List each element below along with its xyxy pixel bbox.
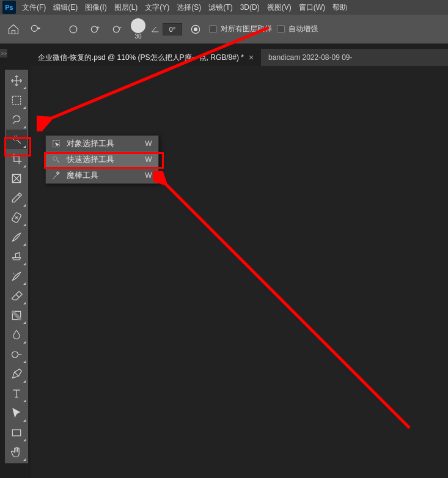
menu-image[interactable]: 图像(I) bbox=[81, 2, 110, 13]
flyout-item-label: 魔棒工具 bbox=[67, 170, 139, 181]
svg-point-7 bbox=[13, 136, 18, 141]
move-tool[interactable] bbox=[6, 71, 27, 90]
brush-tool[interactable] bbox=[6, 227, 27, 247]
document-tab-strip: 企业微信-恢复的.psd @ 110% (PS怎么把人P瘦一点, RGB/8#)… bbox=[31, 49, 448, 66]
path-selection-tool[interactable] bbox=[6, 403, 27, 423]
main-menu-bar: Ps 文件(F) 编辑(E) 图像(I) 图层(L) 文字(Y) 选择(S) 滤… bbox=[0, 0, 448, 15]
document-tab-1[interactable]: 企业微信-恢复的.psd @ 110% (PS怎么把人P瘦一点, RGB/8#)… bbox=[31, 49, 261, 66]
menu-file[interactable]: 文件(F) bbox=[18, 2, 50, 13]
blur-tool[interactable] bbox=[6, 325, 27, 345]
svg-point-5 bbox=[194, 28, 197, 31]
flyout-item-label: 快速选择工具 bbox=[67, 154, 139, 165]
rectangle-tool[interactable] bbox=[6, 423, 27, 443]
canvas-area[interactable] bbox=[31, 66, 448, 478]
eraser-tool[interactable] bbox=[6, 286, 27, 306]
svg-point-2 bbox=[91, 26, 97, 32]
options-bar: 30 0° 对所有图层取样 自动增强 bbox=[0, 15, 448, 44]
close-tab-button[interactable]: × bbox=[249, 53, 254, 62]
lasso-tool[interactable] bbox=[6, 110, 27, 130]
subtract-selection-button[interactable] bbox=[109, 21, 126, 38]
svg-rect-12 bbox=[12, 430, 20, 436]
pen-tool[interactable] bbox=[6, 364, 27, 384]
menu-type[interactable]: 文字(Y) bbox=[141, 2, 173, 13]
object-selection-icon bbox=[51, 138, 62, 149]
sample-all-label: 对所有图层取样 bbox=[221, 24, 272, 34]
auto-enhance-label: 自动增强 bbox=[288, 24, 318, 34]
tools-panel bbox=[5, 70, 28, 463]
menu-filter[interactable]: 滤镜(T) bbox=[205, 2, 236, 13]
pressure-toggle[interactable] bbox=[187, 21, 204, 38]
marquee-tool[interactable] bbox=[6, 90, 27, 110]
magic-wand-icon bbox=[51, 170, 62, 181]
flyout-item-label: 对象选择工具 bbox=[67, 138, 139, 149]
menu-window[interactable]: 窗口(W) bbox=[295, 2, 329, 13]
brush-size-label: 30 bbox=[134, 33, 141, 40]
frame-tool[interactable] bbox=[6, 169, 27, 188]
svg-point-0 bbox=[31, 25, 37, 31]
svg-point-1 bbox=[70, 26, 77, 33]
brush-preview[interactable] bbox=[131, 18, 145, 33]
auto-enhance-checkbox[interactable]: 自动增强 bbox=[277, 24, 318, 34]
tool-flyout-menu: 对象选择工具 W 快速选择工具 W 魔棒工具 W bbox=[45, 135, 159, 184]
angle-icon bbox=[150, 24, 160, 34]
history-brush-tool[interactable] bbox=[6, 267, 27, 286]
quick-selection-icon bbox=[51, 154, 62, 165]
checkbox-icon bbox=[209, 25, 217, 33]
quick-selection-tool[interactable] bbox=[6, 130, 27, 149]
svg-rect-6 bbox=[12, 96, 20, 104]
app-logo: Ps bbox=[2, 1, 16, 14]
flyout-object-selection-tool[interactable]: 对象选择工具 W bbox=[46, 136, 158, 152]
sample-all-layers-checkbox[interactable]: 对所有图层取样 bbox=[209, 24, 272, 34]
type-tool[interactable] bbox=[6, 384, 27, 403]
angle-input[interactable]: 0° bbox=[163, 23, 182, 35]
menu-view[interactable]: 视图(V) bbox=[263, 2, 295, 13]
tool-preset-picker[interactable] bbox=[27, 21, 44, 38]
healing-brush-tool[interactable] bbox=[6, 208, 27, 227]
gradient-tool[interactable] bbox=[6, 306, 27, 325]
flyout-item-shortcut: W bbox=[144, 171, 153, 180]
flyout-magic-wand-tool[interactable]: 魔棒工具 W bbox=[46, 167, 158, 183]
svg-point-3 bbox=[113, 26, 119, 32]
menu-edit[interactable]: 编辑(E) bbox=[50, 2, 81, 13]
flyout-quick-selection-tool[interactable]: 快速选择工具 W bbox=[46, 152, 158, 167]
flyout-item-shortcut: W bbox=[144, 139, 153, 148]
new-selection-button[interactable] bbox=[65, 21, 82, 38]
hand-tool[interactable] bbox=[6, 443, 27, 462]
document-tab-title: bandicam 2022-08-09 09- bbox=[268, 53, 352, 62]
svg-point-14 bbox=[53, 156, 57, 161]
svg-point-11 bbox=[12, 351, 18, 358]
flyout-item-shortcut: W bbox=[144, 155, 153, 164]
checkbox-icon bbox=[277, 25, 285, 33]
eyedropper-tool[interactable] bbox=[6, 188, 27, 208]
home-button[interactable] bbox=[5, 21, 22, 38]
crop-tool[interactable] bbox=[6, 149, 27, 169]
menu-layer[interactable]: 图层(L) bbox=[111, 2, 142, 13]
menu-3d[interactable]: 3D(D) bbox=[237, 3, 263, 12]
add-selection-button[interactable] bbox=[87, 21, 104, 38]
clone-stamp-tool[interactable] bbox=[6, 247, 27, 267]
dodge-tool[interactable] bbox=[6, 345, 27, 364]
document-tab-2[interactable]: bandicam 2022-08-09 09- bbox=[261, 49, 359, 66]
panel-expander[interactable]: >> bbox=[0, 49, 7, 57]
menu-help[interactable]: 帮助 bbox=[329, 2, 351, 13]
document-tab-title: 企业微信-恢复的.psd @ 110% (PS怎么把人P瘦一点, RGB/8#)… bbox=[38, 53, 244, 63]
menu-select[interactable]: 选择(S) bbox=[173, 2, 205, 13]
